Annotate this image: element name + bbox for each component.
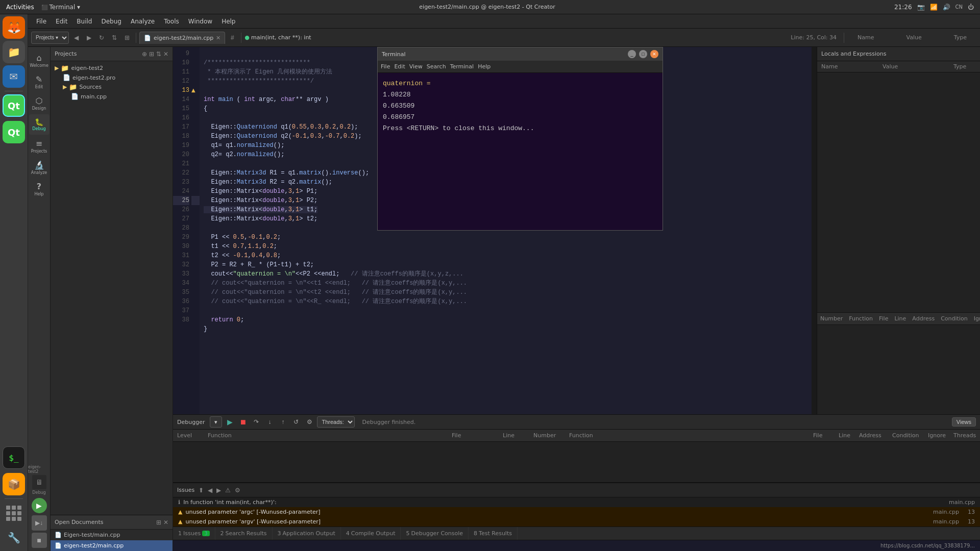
issues-filter[interactable]: ⚠ bbox=[225, 487, 231, 494]
terminal-minimize[interactable]: _ bbox=[628, 50, 636, 58]
bottom-tab-search[interactable]: 2Search Results bbox=[215, 527, 273, 540]
bp-function-col: Function bbox=[846, 315, 876, 322]
sidebar-debug[interactable]: 🐛 Debug bbox=[29, 114, 50, 135]
dbg-step-out[interactable]: ↑ bbox=[277, 416, 288, 428]
terminal-close[interactable]: ✕ bbox=[650, 50, 658, 58]
projects-sync[interactable]: ⇅ bbox=[156, 51, 161, 58]
dbg-restart[interactable]: ↺ bbox=[290, 416, 302, 428]
bp-line-col: Line bbox=[891, 315, 909, 322]
docs-expand[interactable]: ⊞ bbox=[156, 519, 161, 526]
menu-help[interactable]: Help bbox=[217, 16, 239, 27]
debugger-toolbar: Debugger ▾ ▶ ⏹ ↷ ↓ ↑ ↺ ⚙ Threads: Debugg… bbox=[173, 414, 980, 430]
dock-files[interactable]: 📁 bbox=[3, 41, 25, 63]
menu-file[interactable]: File bbox=[32, 16, 51, 27]
bottom-tab-compile[interactable]: 4Compile Output bbox=[341, 527, 401, 540]
toolbar-filter[interactable]: ⊞ bbox=[121, 32, 133, 43]
issues-next[interactable]: ▶ bbox=[216, 487, 221, 494]
toolbar-sync[interactable]: ⇅ bbox=[109, 32, 120, 43]
close-tab[interactable]: ✕ bbox=[216, 35, 220, 41]
dbg-address-col: Address bbox=[855, 432, 888, 439]
menu-window[interactable]: Window bbox=[184, 16, 216, 27]
dock-terminal[interactable]: $_ bbox=[3, 446, 25, 469]
dock-qt2[interactable]: Qt bbox=[3, 121, 25, 143]
bottom-tab-bar: 1Issues3 2Search Results 3Application Ou… bbox=[173, 527, 980, 540]
sidebar-projects[interactable]: ≡ Projects bbox=[29, 136, 50, 156]
menu-debug[interactable]: Debug bbox=[97, 16, 125, 27]
network-icon: 📶 bbox=[930, 4, 938, 11]
projects-close[interactable]: ✕ bbox=[163, 51, 168, 58]
sidebar-design[interactable]: ⬡ Design bbox=[29, 93, 50, 113]
term-menu-terminal[interactable]: Terminal bbox=[450, 63, 474, 70]
sidebar-analyze[interactable]: 🔬 Analyze bbox=[29, 157, 50, 178]
sidebar-help[interactable]: ? Help bbox=[29, 179, 50, 199]
dock-amazon[interactable]: 📦 bbox=[3, 473, 25, 495]
watch-name-col: Name bbox=[847, 34, 884, 41]
watch-content bbox=[817, 72, 980, 312]
menu-edit[interactable]: Edit bbox=[52, 16, 71, 27]
terminal-menu-button[interactable]: ⬛ Terminal ▾ bbox=[41, 4, 80, 11]
term-menu-file[interactable]: File bbox=[381, 63, 390, 70]
term-menu-edit[interactable]: Edit bbox=[394, 63, 405, 70]
dock-settings[interactable]: 🔧 bbox=[3, 527, 25, 549]
dock-apps[interactable] bbox=[3, 502, 25, 524]
toolbar-back[interactable]: ◀ bbox=[70, 32, 82, 43]
run-button[interactable]: ▶ bbox=[32, 498, 47, 513]
issues-settings[interactable]: ⚙ bbox=[235, 487, 240, 494]
term-menu-view[interactable]: View bbox=[409, 63, 423, 70]
project-selector[interactable]: Projects ▾ bbox=[31, 32, 69, 44]
terminal-title-label: Terminal bbox=[382, 51, 406, 58]
dbg-file-col: File bbox=[809, 432, 835, 439]
menu-build[interactable]: Build bbox=[72, 16, 96, 27]
menu-tools[interactable]: Tools bbox=[160, 16, 183, 27]
bottom-tab-debugconsole[interactable]: 5Debugger Console bbox=[401, 527, 469, 540]
dbg-stop[interactable]: ⏹ bbox=[237, 416, 249, 428]
dock-email[interactable]: ✉️ bbox=[3, 65, 25, 88]
file-tab-label: eigen-test2/main.cpp bbox=[154, 35, 213, 41]
tree-item-pro[interactable]: 📄 eigen-test2.pro bbox=[51, 73, 173, 82]
bottom-tab-testresults[interactable]: 8Test Results bbox=[469, 527, 518, 540]
sidebar-edit[interactable]: ✎ Edit bbox=[29, 71, 50, 92]
dock-firefox[interactable]: 🦊 bbox=[3, 16, 25, 39]
dbg-continue[interactable]: ▶ bbox=[224, 416, 235, 428]
dbg-threads-col: Threads bbox=[949, 432, 980, 439]
bp-condition-col: Condition bbox=[938, 315, 971, 322]
terminal-window: Terminal _ □ ✕ File Edit View bbox=[377, 47, 663, 231]
sidebar-welcome[interactable]: ⌂ Welcome bbox=[29, 50, 50, 70]
toolbar-forward[interactable]: ▶ bbox=[83, 32, 94, 43]
terminal-maximize[interactable]: □ bbox=[639, 50, 647, 58]
projects-filter[interactable]: ⊕ bbox=[142, 51, 147, 58]
ubuntu-dock: 🦊 📁 ✉️ Qt Qt $_ 📦 bbox=[0, 14, 28, 551]
term-menu-help[interactable]: Help bbox=[478, 63, 491, 70]
terminal-body[interactable]: quaternion = 1.08228 0.663509 0.686957 P… bbox=[378, 73, 663, 230]
dbg-line-col: Line bbox=[835, 432, 855, 439]
dbg-settings[interactable]: ⚙ bbox=[304, 416, 315, 428]
tree-item-main[interactable]: 📄 main.cpp bbox=[51, 92, 173, 101]
toolbar-refresh[interactable]: ↻ bbox=[96, 32, 107, 43]
doc-item-0[interactable]: 📄 Eigen-test/main.cpp bbox=[51, 530, 173, 540]
doc-item-1[interactable]: 📄 eigen-test2/main.cpp bbox=[51, 540, 173, 551]
threads-select[interactable]: Threads: bbox=[317, 416, 355, 428]
tree-item-sources[interactable]: ▶ 📁 Sources bbox=[51, 82, 173, 92]
issues-prev[interactable]: ◀ bbox=[208, 487, 212, 494]
toolbar-hash[interactable]: # bbox=[227, 32, 238, 43]
debugger-selector[interactable]: ▾ bbox=[210, 416, 222, 428]
activities-button[interactable]: Activities bbox=[6, 4, 34, 11]
term-menu-search[interactable]: Search bbox=[427, 63, 446, 70]
stop-button[interactable]: ■ bbox=[32, 533, 47, 548]
dock-qtcreator[interactable]: Qt bbox=[3, 94, 25, 117]
views-button[interactable]: Views bbox=[952, 417, 976, 427]
docs-close[interactable]: ✕ bbox=[163, 519, 168, 526]
bottom-tab-issues[interactable]: 1Issues3 bbox=[173, 527, 215, 540]
dbg-step-in[interactable]: ↓ bbox=[264, 416, 275, 428]
bottom-tab-appoutput[interactable]: 3Application Output bbox=[273, 527, 341, 540]
debug-run-button[interactable]: ▶↓ bbox=[32, 515, 47, 531]
bp-ignore-col: Ignore bbox=[971, 315, 980, 322]
open-docs-label: Open Documents bbox=[55, 519, 104, 525]
tree-item-eigen-test2[interactable]: ▶ 📁 eigen-test2 bbox=[51, 63, 173, 73]
menu-analyze[interactable]: Analyze bbox=[127, 16, 159, 27]
projects-expand[interactable]: ⊞ bbox=[149, 51, 154, 58]
issues-upload[interactable]: ⬆ bbox=[199, 487, 204, 494]
app-title: eigen-test2/main.cpp @ eigen-test2 - Qt … bbox=[419, 4, 555, 10]
dbg-step-over[interactable]: ↷ bbox=[251, 416, 262, 428]
file-tab[interactable]: 📄 eigen-test2/main.cpp ✕ bbox=[139, 32, 225, 44]
